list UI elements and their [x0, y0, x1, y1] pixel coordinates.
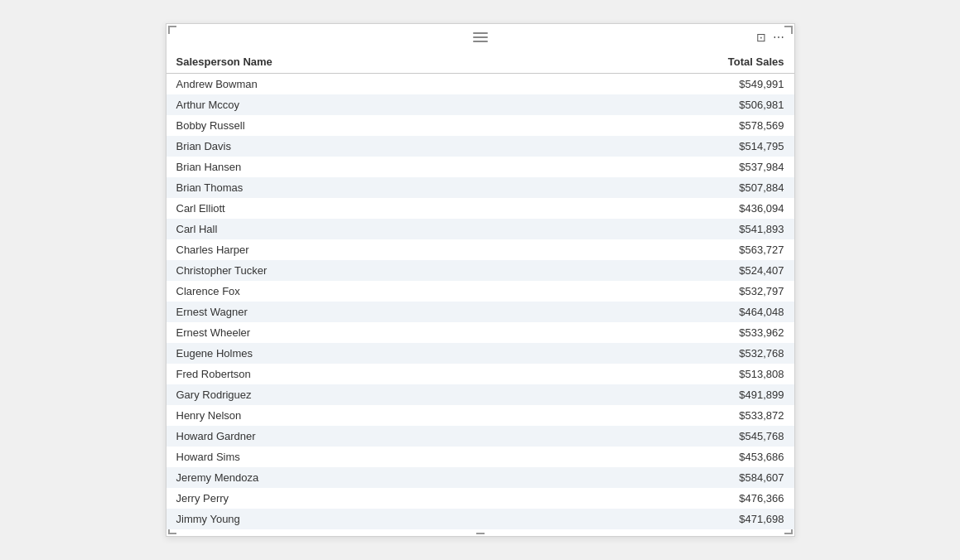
cell-name: Christopher Tucker — [166, 260, 539, 281]
table-row: Gary Rodriguez$491,899 — [166, 384, 794, 405]
hamburger-line-3 — [473, 41, 488, 42]
resize-handle-bc[interactable] — [476, 529, 485, 534]
table-row: Andrew Bowman$549,991 — [166, 74, 794, 95]
table-row: Howard Sims$453,686 — [166, 447, 794, 467]
sales-table: Salesperson Name Total Sales Andrew Bowm… — [166, 51, 794, 529]
table-row: Carl Elliott$436,094 — [166, 198, 794, 219]
cell-sales: $541,893 — [538, 219, 794, 239]
table-row: Jeremy Mendoza$584,607 — [166, 467, 794, 488]
table-row: Brian Hansen$537,984 — [166, 157, 794, 177]
cell-sales: $453,686 — [538, 447, 794, 467]
table-row: Carl Hall$541,893 — [166, 219, 794, 239]
cell-sales: $524,407 — [538, 260, 794, 281]
cell-name: Jeremy Mendoza — [166, 467, 539, 488]
col-header-sales: Total Sales — [538, 51, 794, 74]
cell-sales: $476,366 — [538, 488, 794, 509]
hamburger-line-2 — [473, 36, 488, 38]
focus-icon[interactable]: ⊡ — [756, 31, 766, 44]
cell-name: Gary Rodriguez — [166, 384, 539, 405]
table-row: Clarence Fox$532,797 — [166, 281, 794, 302]
cell-name: Clarence Fox — [166, 281, 539, 302]
cell-name: Ernest Wagner — [166, 302, 539, 322]
cell-name: Howard Gardner — [166, 426, 539, 447]
cell-name: Henry Nelson — [166, 405, 539, 426]
cell-name: Brian Davis — [166, 136, 539, 157]
cell-sales: $507,884 — [538, 177, 794, 198]
table-row: Bobby Russell$578,569 — [166, 115, 794, 136]
table-row: Eugene Holmes$532,768 — [166, 343, 794, 364]
table-header-row: Salesperson Name Total Sales — [166, 51, 794, 74]
cell-sales: $491,899 — [538, 384, 794, 405]
hamburger-line-1 — [473, 32, 488, 34]
table-row: Brian Davis$514,795 — [166, 136, 794, 157]
cell-sales: $545,768 — [538, 426, 794, 447]
cell-name: Arthur Mccoy — [166, 94, 539, 115]
widget-top-bar-right: ⊡ ⋯ — [756, 31, 784, 44]
cell-sales: $549,991 — [538, 74, 794, 95]
cell-name: Jerry Perry — [166, 488, 539, 509]
cell-sales: $532,797 — [538, 281, 794, 302]
cell-name: Brian Thomas — [166, 177, 539, 198]
table-row: Henry Nelson$533,872 — [166, 405, 794, 426]
cell-name: Eugene Holmes — [166, 343, 539, 364]
cell-sales: $563,727 — [538, 239, 794, 260]
cell-name: Carl Hall — [166, 219, 539, 239]
table-wrapper[interactable]: Salesperson Name Total Sales Andrew Bowm… — [166, 51, 794, 529]
cell-name: Jimmy Young — [166, 509, 539, 529]
table-row: Christopher Tucker$524,407 — [166, 260, 794, 281]
cell-sales: $578,569 — [538, 115, 794, 136]
cell-sales: $471,698 — [538, 509, 794, 529]
table-row: Brian Thomas$507,884 — [166, 177, 794, 198]
cell-name: Carl Elliott — [166, 198, 539, 219]
cell-name: Bobby Russell — [166, 115, 539, 136]
col-header-name: Salesperson Name — [166, 51, 539, 74]
cell-sales: $464,048 — [538, 302, 794, 322]
cell-sales: $513,808 — [538, 364, 794, 384]
more-options-icon[interactable]: ⋯ — [773, 31, 784, 44]
cell-sales: $532,768 — [538, 343, 794, 364]
table-row: Arthur Mccoy$506,981 — [166, 94, 794, 115]
cell-sales: $506,981 — [538, 94, 794, 115]
cell-sales: $533,962 — [538, 322, 794, 343]
widget-container: ⊡ ⋯ Salesperson Name Total Sales Andrew … — [166, 23, 795, 537]
table-row: Fred Robertson$513,808 — [166, 364, 794, 384]
cell-name: Fred Robertson — [166, 364, 539, 384]
table-body: Andrew Bowman$549,991Arthur Mccoy$506,98… — [166, 74, 794, 530]
cell-name: Charles Harper — [166, 239, 539, 260]
hamburger-menu[interactable] — [473, 32, 488, 42]
table-row: Ernest Wagner$464,048 — [166, 302, 794, 322]
table-row: Jimmy Young$471,698 — [166, 509, 794, 529]
cell-sales: $533,872 — [538, 405, 794, 426]
cell-name: Andrew Bowman — [166, 74, 539, 95]
cell-sales: $514,795 — [538, 136, 794, 157]
widget-top-bar: ⊡ ⋯ — [166, 24, 794, 51]
cell-name: Brian Hansen — [166, 157, 539, 177]
cell-name: Ernest Wheeler — [166, 322, 539, 343]
table-row: Jerry Perry$476,366 — [166, 488, 794, 509]
table-row: Ernest Wheeler$533,962 — [166, 322, 794, 343]
cell-name: Howard Sims — [166, 447, 539, 467]
table-row: Charles Harper$563,727 — [166, 239, 794, 260]
table-row: Howard Gardner$545,768 — [166, 426, 794, 447]
cell-sales: $436,094 — [538, 198, 794, 219]
cell-sales: $584,607 — [538, 467, 794, 488]
cell-sales: $537,984 — [538, 157, 794, 177]
